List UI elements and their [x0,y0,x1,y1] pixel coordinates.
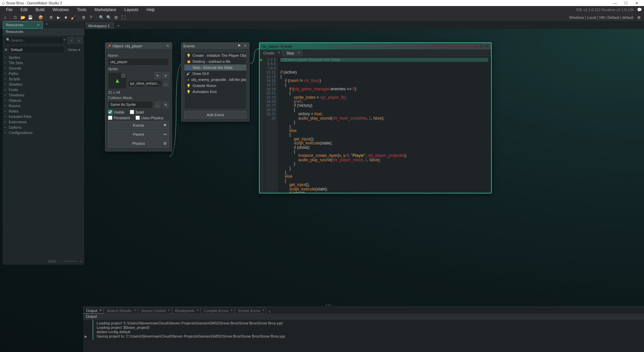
tree-item[interactable]: Configurations [3,130,85,135]
sprite-preview[interactable]: ⛶ ▲ [108,72,127,89]
tree-item[interactable]: Objects [3,98,85,103]
output-tab-close[interactable]: ✕ [134,309,137,312]
zoom-in-button[interactable]: 🔍 [98,14,105,21]
output-tab[interactable]: Source Control✕ [138,308,172,314]
bottom-dock-handle[interactable]: ▾▾▾ [322,304,335,307]
filter-menu-button[interactable]: ≡ [5,47,7,52]
tree-item[interactable]: Notes [3,108,85,114]
notification-icon[interactable]: 💬 [637,7,642,12]
menu-edit[interactable]: Edit [16,6,32,13]
tree-item[interactable]: Fonts [3,87,85,92]
uses-physics-checkbox[interactable]: Uses Physics [136,116,163,120]
output-add-tab[interactable]: + [267,310,272,314]
sprite-new-button[interactable]: ✎ [154,72,161,79]
event-item[interactable]: 💥Destroy - subtract a life [184,58,246,64]
object-window-titlebar[interactable]: 📌 Object: obj_player ✕ [105,43,172,49]
search-prev-button[interactable]: ‹ [68,37,74,44]
code-tab[interactable]: Create✕ [260,50,283,57]
tree-item[interactable]: Shaders [3,82,85,87]
physics-button[interactable]: Physics⚙ [108,139,169,147]
mask-browse-button[interactable]: … [154,101,161,108]
help-button[interactable]: ? [87,14,95,21]
tree-item[interactable]: Scripts [3,76,85,82]
code-tab-close[interactable]: ✕ [298,51,300,54]
resources-tab[interactable]: Resources ✕ [3,21,43,29]
tree-item[interactable]: Tile Sets [3,60,85,65]
persistent-checkbox[interactable]: Persistent [108,116,130,120]
zoom-in-icon[interactable]: + [80,260,82,263]
sprite-select[interactable]: spr_slime_entranc... [128,80,162,87]
run-button[interactable]: ▶ [55,14,62,21]
event-item[interactable]: ⇢obj_enemy_projectile - kill the player [184,77,246,83]
zoom-reset-button[interactable]: ⊞ [112,14,120,21]
code-tab-close[interactable]: ✕ [278,51,280,54]
output-tab-close[interactable]: ✕ [197,309,199,312]
mask-edit-button[interactable]: ✎ [162,101,169,108]
events-flag-icon[interactable]: ⚑ [237,44,241,48]
output-tab-close[interactable]: ✕ [262,309,265,312]
new-project-button[interactable]: 🗋 [12,14,19,21]
tree-item[interactable]: Timelines [3,92,85,98]
expand-button[interactable]: ⛶ [120,14,127,21]
tree-item[interactable]: Sprites [3,55,85,60]
add-workspace-button[interactable]: + [115,23,121,29]
workspace-tab[interactable]: Workspace 1 [84,22,114,29]
sprite-edit-button[interactable]: ✐ [162,72,169,79]
search-next-button[interactable]: › [76,37,83,44]
solid-checkbox[interactable]: Solid [130,110,144,114]
menu-windows[interactable]: Windows [49,6,73,13]
target-config[interactable]: Windows | Local | VM | Default | default [567,15,635,19]
output-tab-close[interactable]: ✕ [230,309,233,312]
code-tab[interactable]: Step✕ [283,50,303,57]
events-button[interactable]: Events⚑ [108,121,169,129]
target-settings-button[interactable]: ⊕ [635,14,643,21]
event-item[interactable]: 👣Step - Execute the State [184,64,246,71]
menu-build[interactable]: Build [32,6,49,13]
menu-marketplace[interactable]: Marketplace [90,6,120,13]
output-body[interactable]: ▶ Loading project 'C:\Users\Steven\ownCl… [83,320,644,340]
events-window-close[interactable]: ✕ [243,44,247,48]
event-item[interactable]: 💡Animation End [184,89,246,95]
output-tab-close[interactable]: ✕ [168,309,170,312]
code-close-button[interactable]: ✕ [484,44,489,48]
object-name-input[interactable] [108,58,169,65]
parent-button[interactable]: Parent⚯ [108,130,169,138]
event-item[interactable]: 💡Outside Room [184,83,246,89]
code-window-titlebar[interactable]: obj_player: Events — ☐ ✕ [260,43,491,50]
resources-search-input[interactable] [5,37,64,44]
clean-button[interactable]: 🧹 [69,14,77,21]
mask-select[interactable]: Same As Sprite [108,101,153,108]
events-window-titlebar[interactable]: Events ⚑ ✕ [181,43,249,49]
search-dropdown-icon[interactable]: ▾ [64,38,65,41]
zoom-out-icon[interactable]: − [59,260,61,263]
settings-button[interactable]: ⚙ [80,14,87,21]
output-tab[interactable]: Syntax Errors✕ [235,308,267,314]
add-event-button[interactable]: Add Event [184,111,247,119]
open-project-button[interactable]: 📂 [19,14,26,21]
tree-item[interactable]: Sounds [3,65,85,71]
output-tab[interactable]: Output✕ [83,308,104,314]
menu-tools[interactable]: Tools [73,6,90,13]
code-minimize-button[interactable]: — [474,44,478,48]
sprite-browse-button[interactable]: … [163,80,169,87]
output-tab[interactable]: Search Results✕ [104,308,138,314]
zoom-slider[interactable] [64,261,77,262]
minimize-button[interactable]: — [610,1,621,5]
tree-item[interactable]: Extensions [3,119,85,125]
code-maximize-button[interactable]: ☐ [479,44,484,48]
package-button[interactable]: 📦 [37,14,44,21]
views-dropdown[interactable]: Views ▾ [66,48,83,52]
output-tab-close[interactable]: ✕ [99,309,102,312]
zoom-out-button[interactable]: 🔍 [105,14,112,21]
maximize-button[interactable]: ☐ [621,1,631,5]
debug-button[interactable]: ⚙ [47,14,55,21]
sprite-expand-icon[interactable]: ⛶ [121,73,126,78]
menu-help[interactable]: Help [143,6,159,13]
visible-checkbox[interactable]: Visible [108,110,124,114]
resource-tree[interactable]: SpritesTile SetsSoundsPathsScriptsShader… [3,54,85,258]
menu-layouts[interactable]: Layouts [120,6,143,13]
code-area[interactable]: ///@description Execute the State if (ac… [278,57,491,193]
tree-item[interactable]: Rooms [3,103,85,108]
home-button[interactable]: ⌂ [1,14,9,21]
tree-item[interactable]: Paths [3,71,85,76]
